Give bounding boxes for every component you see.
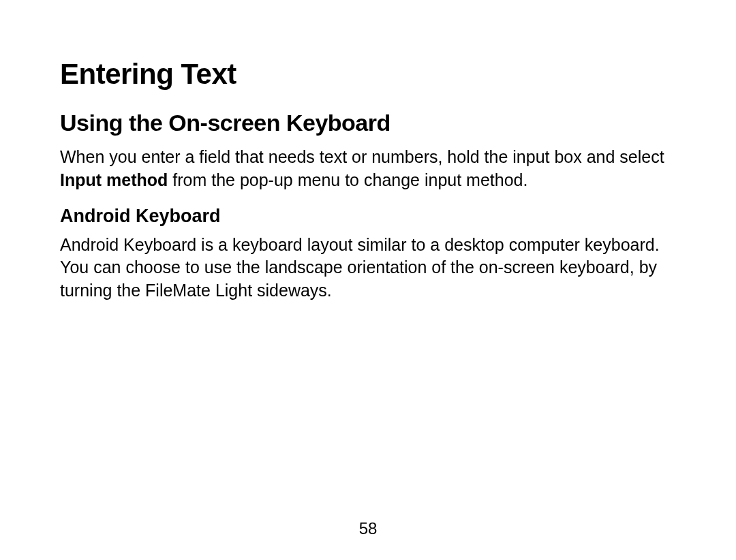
section1-para-bold: Input method <box>60 170 168 189</box>
page-number: 58 <box>0 519 736 538</box>
section2-paragraph: Android Keyboard is a keyboard layout si… <box>60 234 676 302</box>
section-heading-android-keyboard: Android Keyboard <box>60 206 676 227</box>
section1-para-post: from the pop-up menu to change input met… <box>168 170 527 189</box>
page-title: Entering Text <box>60 58 676 91</box>
section1-para-pre: When you enter a field that needs text o… <box>60 147 664 166</box>
section1-paragraph: When you enter a field that needs text o… <box>60 146 676 192</box>
section-heading-onscreen-keyboard: Using the On-screen Keyboard <box>60 110 676 136</box>
